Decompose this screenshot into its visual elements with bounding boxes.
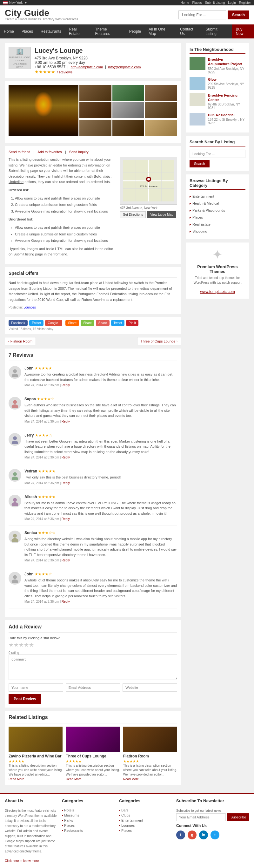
reply-link-6[interactable]: Reply: [62, 559, 70, 562]
category-item-3[interactable]: Parks & Playgrounds: [190, 207, 246, 214]
related-read-more-2[interactable]: Read More: [66, 777, 81, 781]
share-button-2[interactable]: Share: [81, 320, 94, 326]
search-input[interactable]: [179, 10, 226, 20]
gallery-main-image[interactable]: [8, 85, 78, 136]
send-inquiry-link[interactable]: Send inquiry: [69, 150, 89, 154]
nav-places[interactable]: Places: [18, 27, 37, 36]
footer-about-link[interactable]: Click here to know more: [5, 859, 39, 863]
related-thumb-2[interactable]: [66, 726, 120, 752]
nav-all-in-one-map[interactable]: All In One Map: [145, 25, 176, 38]
share-button-3[interactable]: Share: [96, 320, 109, 326]
location-selector[interactable]: New York ▼: [3, 1, 27, 4]
top-nav-register[interactable]: Register: [239, 1, 251, 4]
nav-submit-listing[interactable]: Submit Listing: [201, 25, 232, 38]
reply-link-4[interactable]: Reply: [62, 481, 70, 485]
star-rating-input[interactable]: ★★★★★: [8, 642, 177, 648]
twitter-social-icon[interactable]: t: [211, 831, 219, 839]
footer-cat2-item-5[interactable]: Places: [119, 829, 171, 832]
category-item-5[interactable]: Real Estate: [190, 221, 246, 228]
nav-restaurants[interactable]: Restaurants: [37, 27, 65, 36]
google-social-icon[interactable]: g: [188, 831, 196, 839]
subscribe-button[interactable]: Subscribe: [227, 813, 249, 821]
listing-email[interactable]: info@templateic.com: [108, 65, 141, 69]
reviewer-email-input[interactable]: [66, 683, 120, 692]
reviewer-name-input[interactable]: [8, 683, 63, 692]
view-large-map-button[interactable]: View Large Map: [147, 211, 176, 218]
facebook-button[interactable]: Facebook: [8, 320, 28, 326]
neighbour-name-1[interactable]: Brooklyn Acupuncture Project: [208, 57, 246, 66]
reply-link-7[interactable]: Reply: [62, 600, 70, 603]
category-item-2[interactable]: Health & Medical: [190, 200, 246, 207]
premium-url[interactable]: www.templateic.com: [200, 289, 235, 294]
category-item-1[interactable]: Entertainment: [190, 193, 246, 200]
nav-contact-us[interactable]: Contact Us: [176, 25, 201, 38]
add-to-favorites-link[interactable]: Add to favorites: [37, 150, 62, 154]
footer-cat1-item-4[interactable]: Places: [62, 824, 114, 827]
gallery-thumb-6[interactable]: [145, 102, 177, 118]
reply-link-1[interactable]: Reply: [62, 383, 70, 387]
neighbour-thumb-4[interactable]: [190, 113, 205, 125]
top-nav-home[interactable]: Home: [181, 1, 189, 4]
category-item-6[interactable]: Shopping: [190, 228, 246, 235]
subscribe-email-input[interactable]: [176, 813, 226, 821]
google-plus-button[interactable]: Google+: [45, 320, 62, 326]
twitter-button[interactable]: Twitter: [29, 320, 43, 326]
post-review-button[interactable]: Post Review: [8, 694, 41, 704]
nearby-search-input[interactable]: [190, 150, 246, 158]
nav-home[interactable]: Home: [0, 27, 18, 36]
footer-cat1-item-1[interactable]: Hotels: [62, 808, 114, 812]
neighbour-thumb-3[interactable]: [190, 93, 205, 106]
gallery-thumb-5[interactable]: [113, 102, 145, 118]
gallery-thumb-1[interactable]: [80, 85, 112, 101]
nav-theme-features[interactable]: Theme Features: [91, 25, 125, 38]
nav-realestate[interactable]: Real Estate: [65, 25, 91, 38]
posted-in-link[interactable]: Lounges: [24, 306, 36, 309]
linkedin-social-icon[interactable]: in: [199, 831, 208, 839]
gallery-thumb-3[interactable]: [145, 85, 177, 101]
related-thumb-1[interactable]: [8, 726, 63, 752]
reply-link-5[interactable]: Reply: [62, 517, 70, 521]
prev-listing-link[interactable]: ‹ Flatiron Room: [5, 337, 36, 345]
gallery-thumb-8[interactable]: [113, 120, 145, 136]
next-listing-link[interactable]: Three of Cups Lounge ›: [137, 337, 181, 345]
footer-cat2-item-1[interactable]: Bars: [119, 808, 171, 812]
gallery-thumb-2[interactable]: [113, 85, 145, 101]
pin-button[interactable]: Pin It: [126, 320, 138, 326]
neighbour-name-2[interactable]: Glow: [208, 77, 246, 82]
footer-cat1-item-5[interactable]: Restaurants: [62, 829, 114, 832]
top-nav-submit[interactable]: Submit Listing: [205, 1, 225, 4]
category-item-4[interactable]: Places: [190, 214, 246, 221]
footer-cat2-item-3[interactable]: Entertainment: [119, 818, 171, 822]
top-nav-login[interactable]: Login: [228, 1, 235, 4]
neighbour-thumb-1[interactable]: [190, 57, 205, 70]
search-button[interactable]: Search: [228, 10, 249, 20]
reviewer-website-input[interactable]: [123, 683, 177, 692]
related-thumb-3[interactable]: [123, 726, 177, 752]
listing-review-count[interactable]: 7 Reviews: [56, 70, 72, 74]
gallery-thumb-7[interactable]: [80, 120, 112, 136]
footer-cat2-item-2[interactable]: Clubs: [119, 813, 171, 817]
share-button-1[interactable]: Share: [65, 320, 79, 326]
send-to-friend-link[interactable]: Send to friend: [8, 150, 30, 154]
listing-website[interactable]: http://templateic.com: [71, 65, 103, 69]
related-read-more-1[interactable]: Read More: [8, 777, 24, 781]
neighbour-name-4[interactable]: DJK Residential: [208, 113, 246, 117]
reply-link-2[interactable]: Reply: [62, 420, 70, 423]
tweet-button[interactable]: Tweet: [111, 320, 125, 326]
top-nav-places[interactable]: Places: [192, 1, 201, 4]
footer-cat2-item-4[interactable]: Lounges: [119, 824, 171, 827]
gallery-thumb-4[interactable]: [80, 102, 112, 118]
footer-cat1-item-3[interactable]: Parks: [62, 818, 114, 822]
reply-link-3[interactable]: Reply: [62, 456, 70, 459]
nav-people[interactable]: People: [125, 27, 145, 36]
footer-cat1-item-2[interactable]: Museums: [62, 813, 114, 817]
neighbour-name-3[interactable]: Brooklyn Fencing Center: [208, 93, 246, 102]
gallery-thumb-9[interactable]: [145, 120, 177, 136]
get-directions-button[interactable]: Get Directions: [120, 211, 146, 218]
review-comment-input[interactable]: [8, 654, 177, 680]
related-read-more-3[interactable]: Read More: [123, 777, 139, 781]
neighbour-thumb-2[interactable]: [190, 77, 205, 90]
map-placeholder[interactable]: 475 3rd Avenue: [120, 157, 177, 205]
nav-buy-now[interactable]: Buy Now: [232, 25, 254, 38]
facebook-social-icon[interactable]: f: [176, 831, 185, 839]
